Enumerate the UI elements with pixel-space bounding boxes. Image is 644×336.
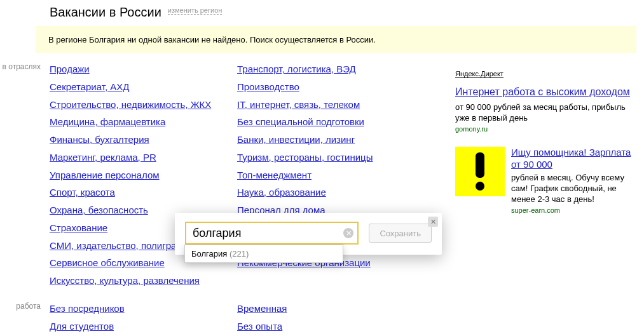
industry-link[interactable]: Без специальной подготовки xyxy=(237,115,364,129)
industry-link[interactable]: Топ-менеджмент xyxy=(237,168,312,182)
suggestion-count: (221) xyxy=(230,249,249,259)
industry-link[interactable]: Охрана, безопасность xyxy=(50,203,148,217)
region-notice: В регионе Болгария ни одной вакансии не … xyxy=(36,26,636,53)
industry-link[interactable]: Сервисное обслуживание xyxy=(50,256,165,270)
save-button[interactable]: Сохранить xyxy=(369,224,432,243)
work-link[interactable]: Без опыта xyxy=(237,319,282,333)
page-title: Вакансии в России xyxy=(50,5,161,20)
ad2-desc: рублей в месяц. Обучу всему сам! График … xyxy=(511,173,640,205)
industry-link[interactable]: Страхование xyxy=(50,221,107,235)
work-col-2: Временная Без опыта Подработка xyxy=(237,302,425,336)
industry-link[interactable]: Финансы, бухгалтерия xyxy=(50,133,149,147)
industry-link[interactable]: СМИ, издательство, полиграфия xyxy=(50,239,195,253)
work-link[interactable]: Временная xyxy=(237,302,287,316)
industries-label: в отраслях xyxy=(0,62,50,288)
change-region-link[interactable]: изменить регион xyxy=(168,6,223,15)
ad-block-1: Интернет работа с высоким доходом от 90 … xyxy=(455,86,640,133)
exclamation-icon xyxy=(474,152,486,191)
region-suggestion[interactable]: Болгария (221) xyxy=(184,245,343,263)
ad-block-2: Ищу помощника! Зарплата от 90 000 рублей… xyxy=(455,147,640,214)
work-link[interactable]: Для студентов xyxy=(50,319,114,333)
ad1-title[interactable]: Интернет работа с высоким доходом xyxy=(455,86,630,97)
work-col-1: Без посредников Для студентов На дому xyxy=(50,302,237,336)
industry-link[interactable]: Производство xyxy=(237,80,299,94)
industry-link[interactable]: Секретариат, АХД xyxy=(50,80,129,94)
ad2-domain[interactable]: super-earn.com xyxy=(511,206,640,214)
industry-link[interactable]: Строительство, недвижимость, ЖКХ xyxy=(50,98,211,112)
ad1-domain[interactable]: gomony.ru xyxy=(455,125,640,133)
region-input[interactable] xyxy=(185,222,359,245)
industry-link[interactable]: Транспорт, логистика, ВЭД xyxy=(237,62,356,76)
work-label: работа xyxy=(0,302,50,336)
industry-link[interactable]: Управление персоналом xyxy=(50,168,160,182)
clear-icon[interactable]: ✕ xyxy=(343,228,353,238)
industry-link[interactable]: Медицина, фармацевтика xyxy=(50,115,165,129)
industry-link[interactable]: Продажи xyxy=(50,62,90,76)
ad1-desc: от 90 000 рублей за месяц работы, прибыл… xyxy=(455,102,640,124)
ad2-title[interactable]: Ищу помощника! Зарплата от 90 000 xyxy=(511,147,631,170)
industry-link[interactable]: Банки, инвестиции, лизинг xyxy=(237,133,355,147)
industry-link[interactable]: Туризм, рестораны, гостиницы xyxy=(237,151,373,165)
work-link[interactable]: Без посредников xyxy=(50,302,125,316)
industry-link[interactable]: Искусство, культура, развлечения xyxy=(50,274,200,288)
industry-link[interactable]: Маркетинг, реклама, PR xyxy=(50,151,156,165)
industry-link[interactable]: Наука, образование xyxy=(237,185,326,199)
ad2-thumb[interactable] xyxy=(455,147,505,196)
industry-link[interactable]: IT, интернет, связь, телеком xyxy=(237,98,360,112)
industry-link[interactable]: Спорт, красота xyxy=(50,185,115,199)
suggestion-text: Болгария xyxy=(191,249,227,259)
close-icon[interactable]: ✕ xyxy=(428,217,438,227)
direct-label[interactable]: Яндекс.Директ xyxy=(455,70,504,78)
